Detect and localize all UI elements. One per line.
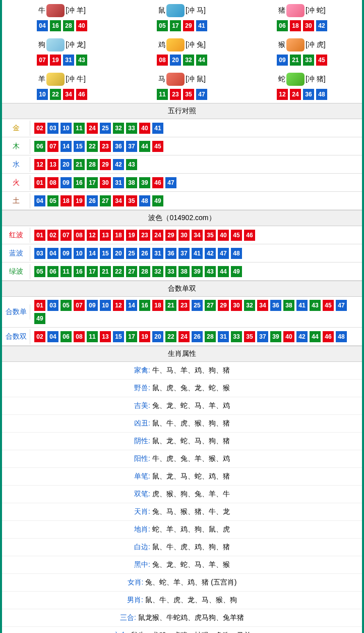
number-chip: 46 — [244, 230, 255, 241]
number-chip: 21 — [74, 159, 85, 170]
number-ball: 10 — [37, 89, 48, 100]
number-chip: 44 — [139, 141, 150, 152]
number-ball: 21 — [290, 55, 301, 66]
number-chip: 34 — [113, 195, 124, 206]
attr-label: 野兽: — [134, 384, 150, 392]
number-chip: 01 — [34, 300, 45, 311]
row-label: 蓝波 — [2, 246, 30, 261]
zodiac-balls: 06183042 — [242, 20, 362, 31]
row-label: 木 — [2, 139, 30, 154]
row-label: 金 — [2, 121, 30, 136]
number-chip: 09 — [60, 248, 72, 259]
bose-rows: 红波0102070812131819232429303435404546蓝波03… — [2, 226, 362, 281]
number-chip: 33 — [165, 266, 176, 277]
attr-row: 阳性: 牛、虎、兔、羊、猴、鸡 — [2, 450, 362, 468]
number-chip: 29 — [100, 159, 111, 170]
number-ball: 23 — [170, 89, 181, 100]
row-label: 合数双 — [2, 329, 30, 344]
wuxing-header: 五行对照 — [2, 103, 362, 119]
zodiac-cell: 狗[冲 龙]07193143 — [2, 34, 122, 69]
attr-row: 女肖: 兔、蛇、羊、鸡、猪 (五宫肖) — [2, 574, 362, 592]
zodiac-name: 狗 — [38, 40, 45, 49]
number-ball: 28 — [63, 20, 74, 31]
number-chip: 20 — [152, 331, 163, 342]
zodiac-name: 鸡 — [158, 40, 165, 49]
number-chip: 25 — [100, 123, 111, 134]
row-label: 红波 — [2, 228, 30, 243]
number-ball: 09 — [277, 55, 288, 66]
number-chip: 20 — [60, 159, 72, 170]
attr-label: 六合: — [113, 631, 129, 633]
attr-row: 凶丑: 鼠、牛、虎、猴、狗、猪 — [2, 415, 362, 433]
zodiac-name: 牛 — [38, 6, 45, 15]
number-chip: 48 — [139, 195, 150, 206]
number-chip: 19 — [126, 230, 137, 241]
number-chip: 39 — [139, 177, 150, 188]
number-chip: 32 — [152, 266, 163, 277]
number-chip: 15 — [74, 141, 85, 152]
number-chip: 27 — [205, 300, 216, 311]
number-chip: 16 — [74, 266, 85, 277]
number-chip: 35 — [244, 331, 255, 342]
number-chip: 35 — [205, 230, 216, 241]
number-chip: 13 — [100, 331, 111, 342]
number-chip: 37 — [178, 248, 190, 259]
attr-label: 女肖: — [128, 578, 144, 586]
row-chips: 04051819262734354849 — [30, 192, 362, 209]
number-chip: 30 — [231, 300, 242, 311]
number-chip: 39 — [192, 266, 203, 277]
number-chip: 32 — [244, 300, 255, 311]
number-chip: 25 — [192, 300, 203, 311]
zodiac-balls: 10223446 — [2, 89, 122, 100]
zodiac-balls: 05172941 — [122, 20, 242, 31]
number-chip: 28 — [205, 331, 216, 342]
zodiac-cell: 鼠[冲 马]05172941 — [122, 0, 242, 34]
zodiac-name: 马 — [158, 75, 165, 84]
row-chips: 0103050709101214161821232527293032343638… — [30, 297, 362, 327]
number-chip: 21 — [100, 266, 111, 277]
zodiac-clash: [冲 猪] — [306, 75, 326, 84]
number-chip: 06 — [47, 266, 58, 277]
zodiac-cell: 猴[冲 虎]09213345 — [242, 34, 362, 69]
number-ball: 46 — [76, 89, 87, 100]
zodiac-name: 鼠 — [158, 6, 165, 15]
number-chip: 41 — [296, 300, 308, 311]
number-chip: 18 — [60, 195, 72, 206]
number-chip: 19 — [139, 331, 150, 342]
attr-row: 阴性: 鼠、龙、蛇、马、狗、猪 — [2, 433, 362, 450]
number-chip: 41 — [152, 123, 163, 134]
number-ball: 04 — [37, 20, 48, 31]
attr-value: 鼠、虎、兔、龙、蛇、猴 — [150, 384, 230, 392]
number-chip: 10 — [100, 300, 111, 311]
number-chip: 23 — [178, 300, 190, 311]
number-chip: 20 — [113, 248, 124, 259]
row-chips: 0204060811131517192022242628313335373940… — [30, 328, 362, 345]
row-chips: 03040910141520252631363741424748 — [30, 245, 362, 262]
number-ball: 16 — [50, 20, 61, 31]
number-chip: 12 — [113, 300, 124, 311]
number-chip: 17 — [126, 331, 137, 342]
number-chip: 30 — [100, 177, 111, 188]
chip-row: 金02031011242532334041 — [2, 119, 362, 137]
attr-value: 鼠、牛、虎、龙、马、猴、狗 — [143, 596, 237, 604]
zodiac-top: 马[冲 鼠] — [122, 72, 242, 87]
number-chip: 24 — [87, 123, 98, 134]
attr-value: 鼠龙猴、牛蛇鸡、虎马狗、兔羊猪 — [136, 613, 244, 621]
number-chip: 22 — [113, 266, 124, 277]
number-chip: 08 — [74, 331, 85, 342]
attr-header: 生肖属性 — [2, 346, 362, 362]
number-chip: 09 — [87, 300, 98, 311]
zodiac-name: 猴 — [278, 40, 285, 49]
number-chip: 05 — [47, 195, 58, 206]
number-chip: 36 — [165, 248, 176, 259]
attr-value: 鼠、牛、虎、鸡、狗、猪 — [150, 543, 230, 551]
number-chip: 14 — [87, 248, 98, 259]
number-chip: 38 — [178, 266, 190, 277]
row-label: 土 — [2, 193, 30, 208]
number-chip: 41 — [192, 248, 203, 259]
number-ball: 20 — [170, 55, 181, 66]
number-chip: 17 — [87, 177, 98, 188]
number-chip: 11 — [60, 266, 72, 277]
chip-row: 木06071415222336374445 — [2, 137, 362, 155]
number-chip: 28 — [139, 266, 150, 277]
